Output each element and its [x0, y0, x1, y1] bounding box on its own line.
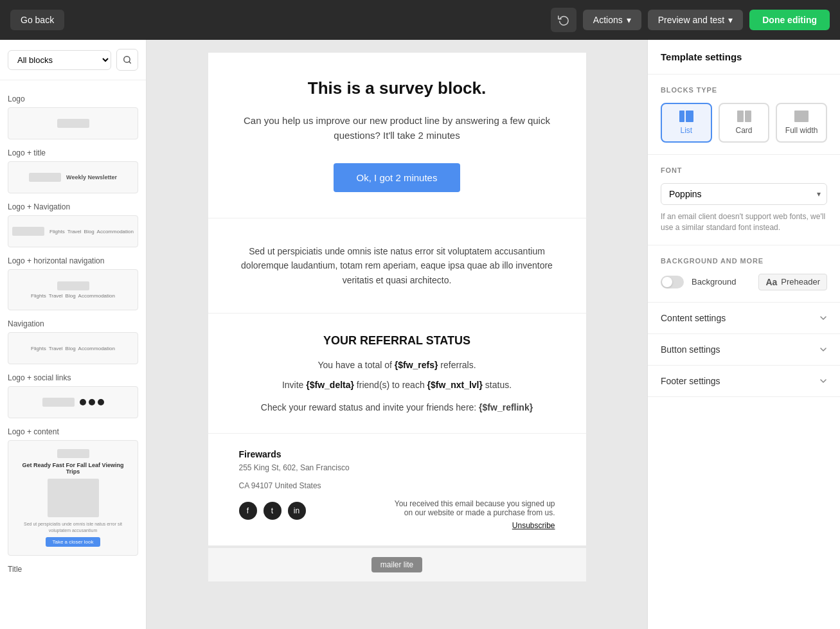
sidebar-items-list: Logo Logo + title Weekly Newsletter Logo…: [0, 80, 146, 629]
main-layout: All blocks Logo Logo + title Weekly News…: [0, 40, 840, 629]
footer-settings-header[interactable]: Footer settings: [648, 366, 840, 396]
survey-title: This is a survey block.: [239, 78, 555, 98]
sidebar-item-logo-content[interactable]: Get Ready Fast For Fall Leaf Viewing Tri…: [8, 440, 138, 556]
footer-settings-section: Footer settings: [648, 366, 840, 397]
survey-subtitle: Can you help us improve our new product …: [239, 114, 555, 143]
svg-rect-3: [686, 111, 693, 122]
search-button[interactable]: [116, 49, 138, 71]
button-settings-label: Button settings: [661, 344, 720, 355]
blocks-type-section: BLOCKS TYPE List: [648, 75, 840, 155]
footer-chevron-icon: [819, 377, 827, 385]
preheader-button[interactable]: Aa Preheader: [758, 274, 827, 290]
button-settings-section: Button settings: [648, 334, 840, 366]
footer-address-2: CA 94107 United States: [239, 481, 555, 490]
font-section: FONT Poppins ▾ If an email client doesn'…: [648, 155, 840, 245]
background-toggle[interactable]: [661, 276, 684, 288]
blocks-type-label: BLOCKS TYPE: [661, 86, 827, 94]
logo-title-logo: [29, 173, 61, 182]
sidebar-item-logo-social[interactable]: [8, 386, 138, 418]
social-instagram-icon[interactable]: in: [288, 502, 306, 520]
list-icon: [679, 111, 693, 122]
sidebar-item-label-logo-horizontal-nav: Logo + horizontal navigation: [8, 256, 138, 265]
referral-prefix-1: You have a total of: [317, 360, 394, 370]
body-text-section: Sed ut perspiciatis unde omnis iste natu…: [208, 218, 586, 314]
social-dot-3: [98, 399, 104, 405]
button-settings-header[interactable]: Button settings: [648, 334, 840, 365]
block-type-fullwidth-label: Full width: [785, 126, 818, 135]
content-text-preview: Sed ut perspiciatis unde omnis iste natu…: [15, 521, 131, 533]
block-type-list-label: List: [680, 126, 692, 135]
sidebar-item-logo-horizontal-nav[interactable]: Flights Travel Blog Accommodation: [8, 269, 138, 310]
footer-notice-text: You received this email because you sign…: [388, 499, 555, 517]
font-select[interactable]: Poppins: [661, 183, 827, 205]
bg-controls: Background Aa Preheader: [661, 274, 827, 290]
horizontal-nav-logo: [57, 281, 89, 290]
blocks-filter-select[interactable]: All blocks: [8, 50, 111, 70]
content-settings-label: Content settings: [661, 313, 726, 323]
social-dot-2: [89, 399, 95, 405]
email-container: This is a survey block. Can you help us …: [208, 53, 586, 545]
right-panel: Template settings BLOCKS TYPE List: [647, 40, 840, 629]
social-facebook-icon[interactable]: f: [239, 502, 257, 520]
topbar: Go back Actions ▾ Preview and test ▾ Don…: [0, 0, 840, 40]
svg-rect-6: [794, 111, 809, 122]
horizontal-nav-links: Flights Travel Blog Accommodation: [31, 293, 115, 299]
social-twitter-icon[interactable]: t: [264, 502, 281, 520]
preview-button[interactable]: Preview and test ▾: [648, 10, 744, 30]
referral-title: YOUR REFERRAL STATUS: [239, 334, 555, 348]
logo-preview-bar: [57, 119, 89, 128]
content-chevron-icon: [819, 314, 827, 322]
logo-title-text: Weekly Newsletter: [66, 174, 117, 181]
referral-suffix-1: referrals.: [438, 360, 476, 370]
referral-suffix-2: status.: [483, 380, 512, 390]
content-settings-header[interactable]: Content settings: [648, 303, 840, 333]
logo-nav-logo: [12, 227, 44, 236]
referral-link-line: Check your reward status and invite your…: [239, 402, 555, 412]
footer-social-links: f t in: [239, 502, 306, 520]
content-title-preview: Get Ready Fast For Fall Leaf Viewing Tri…: [15, 462, 131, 475]
sidebar-item-label-logo: Logo: [8, 94, 138, 103]
logo-social-preview: [42, 398, 104, 407]
sidebar-item-label-logo-social: Logo + social links: [8, 373, 138, 382]
button-chevron-icon: [819, 346, 827, 353]
actions-button[interactable]: Actions ▾: [583, 10, 641, 30]
referral-var-nxt: {$fw_nxt_lvl}: [427, 380, 483, 390]
font-section-label: FONT: [661, 166, 827, 174]
history-button[interactable]: [551, 8, 576, 32]
footer-company-name: Firewards: [239, 449, 555, 459]
sidebar-item-logo-navigation[interactable]: Flights Travel Blog Accommodation: [8, 215, 138, 247]
footer-bottom: f t in You received this email because y…: [239, 499, 555, 530]
left-sidebar: All blocks Logo Logo + title Weekly News…: [0, 40, 147, 629]
unsubscribe-link[interactable]: Unsubscribe: [388, 521, 555, 530]
preheader-label: Preheader: [781, 277, 820, 287]
sidebar-item-label-navigation: Navigation: [8, 319, 138, 328]
referral-var-delta: {$fw_delta}: [306, 380, 354, 390]
sidebar-item-logo[interactable]: [8, 107, 138, 139]
referral-line2: Invite {$fw_delta} friend(s) to reach {$…: [239, 378, 555, 392]
go-back-button[interactable]: Go back: [10, 10, 64, 30]
referral-line1: You have a total of {$fw_refs} referrals…: [239, 358, 555, 372]
block-type-card-button[interactable]: Card: [719, 103, 770, 143]
font-note: If an email client doesn't support web f…: [661, 211, 827, 233]
block-type-list-button[interactable]: List: [661, 103, 712, 143]
content-btn-preview: Take a closer look: [46, 537, 100, 547]
block-type-fullwidth-button[interactable]: Full width: [776, 103, 827, 143]
survey-cta-button[interactable]: Ok, I got 2 minutes: [334, 163, 461, 192]
preview-label: Preview and test: [658, 15, 725, 25]
nav-links-preview: Flights Travel Blog Accommodation: [49, 229, 134, 235]
svg-line-1: [129, 62, 131, 64]
sidebar-search-bar: All blocks: [0, 40, 146, 80]
background-toggle-knob: [662, 277, 672, 287]
search-icon: [123, 55, 132, 64]
done-editing-button[interactable]: Done editing: [749, 10, 830, 30]
logo-title-preview: Weekly Newsletter: [29, 173, 117, 182]
actions-chevron-icon: ▾: [627, 15, 631, 25]
social-logo: [42, 398, 75, 407]
referral-var-reflink: {$fw_reflink}: [479, 402, 533, 412]
block-type-card-label: Card: [736, 126, 753, 135]
body-text: Sed ut perspiciatis unde omnis iste natu…: [239, 244, 555, 287]
sidebar-item-navigation[interactable]: Flights Travel Blog Accommodation: [8, 332, 138, 364]
referral-middle-2: friend(s) to reach: [354, 380, 427, 390]
sidebar-item-logo-title[interactable]: Weekly Newsletter: [8, 161, 138, 193]
preview-chevron-icon: ▾: [728, 15, 733, 25]
